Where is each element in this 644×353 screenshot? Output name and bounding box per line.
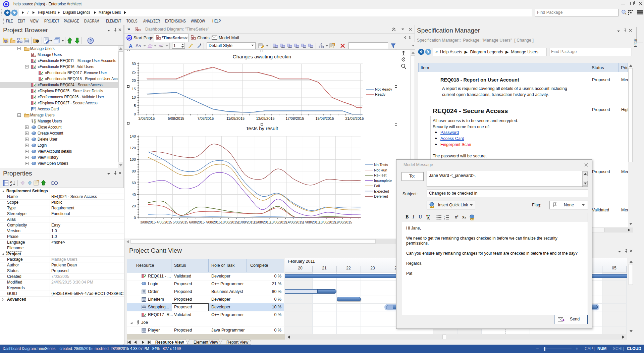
svg-text:25: 25 [132, 70, 136, 74]
svg-text:11/08/2015: 11/08/2015 [226, 116, 245, 120]
svg-text:14/08/2015: 14/08/2015 [286, 220, 303, 224]
svg-text:0: 0 [134, 216, 136, 220]
svg-text:1: 1 [444, 215, 445, 217]
svg-text:3/08/2015: 3/08/2015 [139, 116, 155, 120]
svg-text:Z: Z [10, 183, 12, 186]
svg-text:10/08/2015: 10/08/2015 [221, 220, 238, 224]
svg-text:19/08/2015: 19/08/2015 [315, 116, 334, 120]
svg-text:Re-Test: Re-Test [374, 173, 386, 177]
svg-text:4/08/2015: 4/08/2015 [157, 220, 172, 224]
svg-text:Not Run: Not Run [374, 168, 387, 172]
svg-text:60: 60 [132, 181, 136, 185]
svg-text:Tests by result: Tests by result [246, 125, 278, 131]
svg-text:Incomplete: Incomplete [374, 179, 392, 183]
svg-text:Changes awaiting checkin: Changes awaiting checkin [233, 54, 291, 59]
svg-text:5: 5 [134, 104, 136, 108]
svg-text:7/08/2015: 7/08/2015 [205, 220, 221, 224]
svg-text:Deferred: Deferred [374, 194, 388, 198]
svg-text:12/08/2015: 12/08/2015 [253, 220, 271, 224]
svg-text:17/08/2015: 17/08/2015 [285, 116, 304, 120]
svg-text:13/08/2015: 13/08/2015 [256, 116, 274, 120]
svg-text:Element View: Element View [194, 340, 218, 345]
svg-text:120: 120 [130, 146, 136, 150]
svg-text:No Tests: No Tests [374, 163, 388, 167]
svg-text:17/08/2015: 17/08/2015 [302, 220, 320, 224]
svg-text:140: 140 [130, 134, 136, 138]
svg-text:Resource View: Resource View [155, 340, 184, 345]
svg-text:6/08/2015: 6/08/2015 [189, 220, 205, 224]
svg-text:11/08/2015: 11/08/2015 [237, 220, 255, 224]
svg-text:100: 100 [130, 157, 136, 161]
svg-text:80: 80 [132, 169, 136, 173]
svg-text:21/08/2015: 21/08/2015 [345, 116, 364, 120]
svg-text:Expected: Expected [374, 189, 389, 193]
svg-text:13/08/2015: 13/08/2015 [270, 220, 287, 224]
svg-text:20: 20 [132, 204, 136, 208]
svg-text:?: ? [89, 39, 92, 43]
svg-text:0: 0 [134, 112, 136, 116]
svg-text:19/08/2015: 19/08/2015 [335, 220, 352, 224]
svg-text:15: 15 [132, 87, 136, 91]
svg-text:20: 20 [132, 79, 136, 83]
svg-text:2: 2 [444, 218, 445, 220]
svg-text:10: 10 [132, 95, 136, 99]
svg-text:7/08/2015: 7/08/2015 [198, 116, 214, 120]
svg-text:3/08/2015: 3/08/2015 [140, 220, 156, 224]
svg-text:30: 30 [132, 62, 136, 66]
svg-text:Ready: Ready [375, 92, 386, 96]
svg-text:Report View: Report View [226, 340, 248, 345]
svg-text:18/08/2015: 18/08/2015 [319, 220, 336, 224]
svg-text:40: 40 [132, 193, 136, 197]
svg-text:5/08/2015: 5/08/2015 [168, 116, 184, 120]
svg-text:Not Ready: Not Ready [375, 87, 392, 91]
svg-text:5/08/2015: 5/08/2015 [173, 220, 188, 224]
svg-text:Fail: Fail [374, 184, 380, 188]
